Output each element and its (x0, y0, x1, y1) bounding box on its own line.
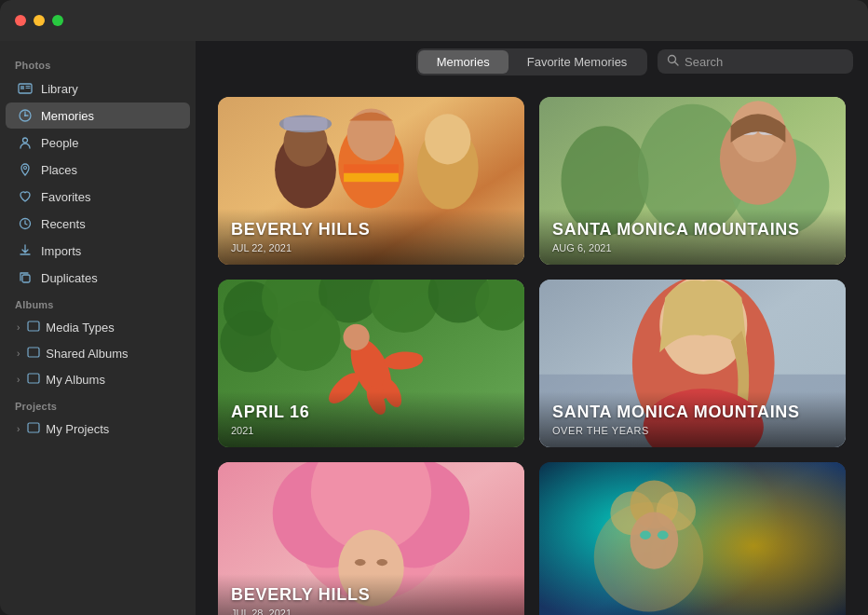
memory-card-dark[interactable] (539, 462, 846, 615)
sidebar-label-duplicates: Duplicates (41, 271, 98, 285)
search-bar[interactable] (658, 49, 853, 74)
sidebar-label-recents: Recents (41, 217, 86, 231)
card-3-title: APRIL 16 (231, 403, 511, 423)
chevron-icon-4: › (17, 424, 20, 434)
shared-albums-icon (27, 346, 40, 362)
people-icon (17, 134, 34, 151)
svg-point-44 (270, 301, 340, 371)
projects-section-label: Projects (0, 393, 196, 416)
tab-memories[interactable]: Memories (418, 50, 509, 74)
memory-card-santa-monica-1[interactable]: Santa Monica Mountains AUG 6, 2021 (539, 97, 846, 265)
sidebar-item-shared-albums[interactable]: › Shared Albums (6, 341, 190, 366)
memories-grid: BEVERLY HILLS JUL 22, 2021 (196, 82, 868, 615)
imports-icon (17, 242, 34, 259)
svg-rect-25 (344, 164, 399, 172)
sidebar-label-media-types: Media Types (46, 321, 114, 335)
card-4-subtitle: OVER THE YEARS (552, 425, 833, 436)
sidebar-label-favorites: Favorites (41, 190, 90, 204)
recents-icon (17, 215, 34, 232)
card-2-overlay: Santa Monica Mountains AUG 6, 2021 (539, 209, 846, 265)
memory-card-beverly-hills[interactable]: BEVERLY HILLS JUL 22, 2021 (218, 97, 524, 265)
photos-section-label: Photos (0, 52, 196, 75)
my-projects-icon (27, 421, 40, 437)
search-icon (667, 54, 679, 69)
sidebar-item-recents[interactable]: Recents (6, 211, 190, 237)
sidebar-item-favorites[interactable]: Favorites (6, 184, 190, 210)
sidebar-label-people: People (41, 136, 78, 150)
card-3-overlay: APRIL 16 2021 (218, 391, 524, 447)
card-2-title: Santa Monica Mountains (552, 220, 833, 240)
sidebar-item-media-types[interactable]: › Media Types (6, 315, 190, 340)
svg-point-73 (658, 531, 669, 540)
svg-rect-1 (20, 86, 24, 89)
card-1-subtitle: JUL 22, 2021 (231, 242, 511, 253)
sidebar: Photos Library Memo (0, 41, 196, 615)
sidebar-item-my-albums[interactable]: › My Albums (6, 367, 190, 392)
svg-point-63 (376, 559, 387, 566)
svg-point-71 (631, 512, 679, 569)
svg-line-15 (675, 62, 679, 66)
app-body: Photos Library Memo (0, 41, 868, 615)
card-3-subtitle: 2021 (231, 425, 511, 436)
sidebar-label-memories: Memories (41, 109, 94, 123)
svg-point-6 (23, 138, 28, 143)
card-5-title: Beverly Hills (231, 585, 511, 606)
card-1-overlay: BEVERLY HILLS JUL 22, 2021 (218, 209, 524, 265)
sidebar-item-my-projects[interactable]: › My Projects (6, 417, 190, 442)
library-icon (17, 80, 34, 97)
tab-favorite-memories[interactable]: Favorite Memories (509, 50, 646, 74)
card-5-overlay: Beverly Hills JUL 28, 2021 (218, 574, 524, 615)
sidebar-item-duplicates[interactable]: Duplicates (6, 265, 190, 291)
minimize-button[interactable] (34, 15, 45, 26)
titlebar (0, 0, 868, 41)
toolbar: Memories Favorite Memories (196, 41, 868, 82)
sidebar-label-imports: Imports (41, 244, 81, 258)
albums-section-label: Albums (0, 292, 196, 314)
svg-rect-13 (28, 423, 39, 432)
sidebar-label-shared-albums: Shared Albums (46, 347, 128, 361)
sidebar-item-library[interactable]: Library (6, 75, 190, 102)
concert-illustration (539, 462, 846, 615)
my-albums-icon (27, 372, 40, 388)
svg-point-24 (425, 114, 470, 164)
card-2-subtitle: AUG 6, 2021 (552, 242, 833, 253)
svg-rect-11 (28, 348, 39, 357)
duplicates-icon (17, 269, 34, 286)
sidebar-label-my-albums: My Albums (46, 373, 105, 387)
card-6-bg (539, 462, 846, 615)
sidebar-item-imports[interactable]: Imports (6, 238, 190, 264)
tab-group: Memories Favorite Memories (416, 48, 648, 75)
memory-card-santa-monica-2[interactable]: Santa Monica Mountains OVER THE YEARS (539, 280, 846, 447)
memory-card-april-16[interactable]: APRIL 16 2021 (218, 280, 524, 447)
content-area: Memories Favorite Memories (196, 41, 868, 615)
sidebar-label-places: Places (41, 163, 77, 177)
memory-card-beverly-hills-2[interactable]: Beverly Hills JUL 28, 2021 (218, 462, 524, 615)
card-1-title: BEVERLY HILLS (231, 220, 511, 240)
favorites-icon (17, 188, 34, 205)
svg-point-72 (640, 531, 651, 540)
sidebar-label-my-projects: My Projects (46, 422, 109, 436)
svg-rect-12 (28, 374, 39, 383)
svg-rect-9 (22, 275, 30, 282)
card-4-title: Santa Monica Mountains (552, 403, 833, 423)
svg-point-7 (24, 167, 27, 170)
sidebar-label-library: Library (41, 82, 78, 96)
svg-rect-10 (28, 321, 39, 331)
sidebar-item-people[interactable]: People (6, 130, 190, 156)
svg-point-5 (24, 115, 26, 116)
card-5-subtitle: JUL 28, 2021 (231, 608, 511, 615)
svg-point-62 (355, 559, 366, 566)
chevron-icon: › (17, 322, 20, 333)
chevron-icon-3: › (17, 375, 20, 385)
maximize-button[interactable] (52, 15, 63, 26)
search-input[interactable] (685, 55, 844, 69)
places-icon (17, 161, 34, 178)
close-button[interactable] (15, 15, 26, 26)
sidebar-item-memories[interactable]: Memories (6, 102, 190, 129)
media-types-icon (27, 320, 40, 335)
svg-rect-26 (344, 173, 399, 182)
card-4-overlay: Santa Monica Mountains OVER THE YEARS (539, 391, 846, 447)
window-controls (15, 15, 63, 26)
chevron-icon-2: › (17, 348, 20, 359)
sidebar-item-places[interactable]: Places (6, 157, 190, 183)
